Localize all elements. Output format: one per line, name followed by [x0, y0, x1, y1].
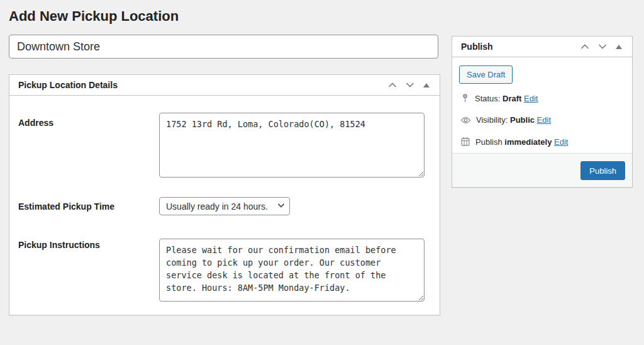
metabox-title: Pickup Location Details [18, 80, 118, 90]
status-edit-link[interactable]: Edit [524, 94, 538, 103]
save-draft-button[interactable]: Save Draft [459, 65, 513, 84]
toggle-panel-button[interactable] [421, 81, 432, 90]
status-value: Draft [502, 94, 521, 103]
schedule-edit-link[interactable]: Edit [554, 137, 568, 147]
pickup-instructions-textarea[interactable]: Please wait for our confirmation email b… [159, 239, 425, 302]
visibility-value: Public [510, 115, 535, 125]
pin-icon [460, 93, 470, 103]
status-prefix: Status: [475, 94, 500, 103]
collapse-triangle-icon [423, 83, 430, 88]
visibility-row: Visibility: Public Edit [460, 115, 551, 125]
address-textarea[interactable]: 1752 13rd Rd, Loma, Colorado(CO), 81524 [159, 113, 425, 178]
chevron-up-icon [580, 43, 589, 50]
schedule-prefix: Publish [475, 137, 502, 147]
schedule-text: Publish immediately Edit [475, 137, 568, 147]
publish-title: Publish [461, 42, 493, 52]
publish-metabox: Publish Save Draft [452, 36, 633, 188]
chevron-down-icon [406, 82, 414, 88]
pickup-instructions-label: Pickup Instructions [18, 240, 100, 250]
publish-button[interactable]: Publish [580, 161, 625, 180]
publish-header[interactable]: Publish [452, 37, 632, 57]
status-row: Status: Draft Edit [460, 93, 538, 103]
schedule-row: Publish immediately Edit [460, 137, 568, 147]
visibility-text: Visibility: Public Edit [476, 115, 551, 125]
pickup-time-label: Estimated Pickup Time [18, 201, 114, 212]
publish-move-up-button[interactable] [578, 41, 592, 52]
move-down-button[interactable] [403, 79, 417, 91]
publish-footer: Publish [452, 153, 632, 187]
chevron-down-icon [598, 43, 607, 50]
pickup-location-details-metabox: Pickup Location Details Address 1752 [9, 74, 440, 315]
visibility-edit-link[interactable]: Edit [537, 115, 551, 125]
add-pickup-location-page: Add New Pickup Location Pickup Location … [0, 0, 644, 345]
publish-move-down-button[interactable] [596, 41, 609, 52]
location-title-input[interactable] [9, 35, 438, 59]
status-text: Status: Draft Edit [475, 94, 538, 103]
collapse-triangle-icon [616, 45, 622, 49]
publish-toggle-panel-button[interactable] [613, 42, 625, 52]
visibility-prefix: Visibility: [476, 115, 508, 125]
move-up-button[interactable] [386, 79, 399, 91]
address-label: Address [18, 118, 53, 128]
calendar-icon [460, 137, 470, 147]
metabox-header[interactable]: Pickup Location Details [9, 75, 440, 96]
pickup-time-select[interactable]: Usually ready in 24 hours. [159, 197, 290, 215]
eye-icon [460, 116, 471, 125]
chevron-up-icon [388, 82, 397, 88]
schedule-value: immediately [504, 137, 552, 147]
page-title: Add New Pickup Location [9, 8, 179, 25]
